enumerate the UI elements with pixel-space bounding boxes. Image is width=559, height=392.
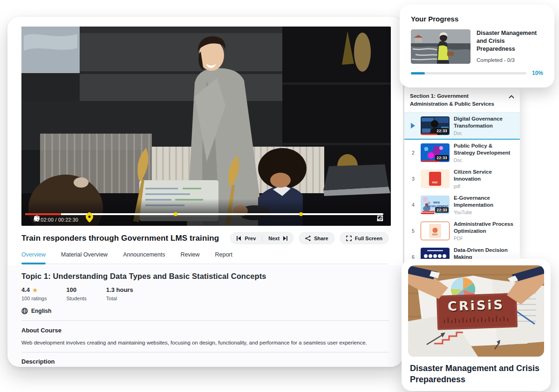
lesson-title: Digital Governance Transformation [454,115,515,129]
course-preview-caption: Disaster Management and Crisis Preparedn… [408,363,544,385]
watched-strip [421,134,437,135]
watched-strip [421,161,439,162]
section-header[interactable]: Section 1: Government Administration & P… [404,87,520,113]
lesson-type: pdf [454,184,515,189]
video-timestamp: 00:02:00 / 00:22:30 [34,217,78,223]
progress-card-heading: Your Progress [411,15,543,23]
lesson-number: 5 [410,228,416,234]
video-progress-bar[interactable] [25,213,383,215]
fullscreen-icon [346,236,352,241]
lesson-type: Doc [454,158,515,163]
language-label: English [31,308,51,314]
next-button[interactable]: Next [262,236,294,241]
course-preview-image: CRiSiS [408,265,544,357]
lesson-title: E-Governance Implementation [454,195,515,209]
video-fullscreen-icon[interactable] [377,215,383,222]
course-sections-panel: Section 1: Government Administration & P… [404,87,520,263]
lesson-2-thumbnail: 22:33 [421,143,450,162]
course-player-card: 00:02:00 / 00:22:30 HD Train responders … [7,17,403,367]
prev-icon [236,236,242,241]
tab-material-overview[interactable]: Material Overview [61,251,108,264]
next-button-label: Next [268,236,280,241]
video-bookmark-pin-icon[interactable] [86,213,93,223]
course-preview-card[interactable]: CRiSiS Disaster Management and Crisis Pr… [402,259,551,391]
video-player[interactable]: 00:02:00 / 00:22:30 HD [21,27,391,226]
star-icon: ★ [32,287,38,293]
lesson-type: Doc [454,131,515,136]
pdf-label: PDF [432,181,438,184]
progress-course-thumbnail [411,29,470,64]
now-playing-icon [411,123,415,128]
topic-title: Topic 1: Understanding Data Types and Ba… [21,272,389,281]
lesson-item-1[interactable]: 22:33 Digital Governance Transformation … [404,113,520,140]
video-marker-dot[interactable] [174,212,177,216]
lesson-title: Citizen Service Innovation [454,169,515,182]
students-stat: 100 Students [66,286,86,301]
tab-report[interactable]: Report [215,251,232,264]
tab-announcements[interactable]: Announcements [123,251,165,264]
tab-overview[interactable]: Overview [21,251,46,264]
ppt-file-icon: PPT [429,224,441,238]
video-frame-scene [21,27,391,226]
prev-next-button-group: Prev Next [230,232,294,244]
next-icon [282,236,288,241]
share-button-label: Share [314,236,328,241]
lesson-3-thumbnail: PDF [421,169,450,188]
lesson-number: 4 [410,202,416,208]
ppt-label: PPT [432,233,438,236]
section-title: Section 1: Government Administration & P… [410,92,502,108]
duration-value: 1.3 hours [106,286,133,293]
watched-strip [421,213,434,214]
duration-badge: 22:33 [435,155,449,161]
lesson-1-thumbnail: 22:33 [421,116,450,135]
fullscreen-button-label: Full Screen [355,236,382,241]
lesson-5-thumbnail: PPT [421,222,450,240]
about-course-text: Web development involves creating and ma… [21,340,389,352]
progress-course-title: Disaster Management and Crisis Preparedn… [477,29,543,53]
lesson-item-3[interactable]: 3 PDF Citizen Service Innovation pdf [404,166,520,192]
your-progress-card: Your Progress Disaster Management and Cr… [400,5,554,88]
lesson-number: 2 [410,150,416,155]
progress-completed-text: Completed - 0/3 [477,57,543,63]
progress-bar-track [411,72,526,74]
course-tabs: Overview Material Overview Announcements… [21,251,389,264]
rating-value: 4.4 [21,286,30,293]
lesson-title: Administrative Process Optimization [454,221,515,235]
lesson-item-2[interactable]: 2 22:33 Public Policy & Strategy Develop… [404,140,520,166]
globe-icon [21,308,28,314]
description-heading[interactable]: Description [21,358,389,365]
lesson-item-4[interactable]: 4 WEB DEVELOPMENT 22:33 E-Governance Imp… [404,192,520,218]
rating-stat: 4.4★ 100 ratings [21,286,47,301]
prev-button-label: Prev [245,236,256,241]
progress-percent-label: 10% [532,70,543,76]
tab-review[interactable]: Review [180,251,199,264]
prev-button[interactable]: Prev [230,236,262,241]
progress-bar-fill [411,72,425,74]
share-icon [305,236,311,241]
fullscreen-button[interactable]: Full Screen [340,232,389,244]
chevron-up-icon[interactable] [509,94,514,100]
lesson-type: PDF [454,236,515,241]
lesson-4-thumbnail: WEB DEVELOPMENT 22:33 [421,196,450,214]
lesson-number: 3 [410,176,416,182]
volume-icon[interactable] [34,215,40,222]
lesson-title: Public Policy & Strategy Development [454,142,515,156]
students-value: 100 [66,286,76,293]
share-button[interactable]: Share [299,232,335,244]
lesson-item-5[interactable]: 5 PPT Administrative Process Optimizatio… [404,218,520,244]
rating-label: 100 ratings [21,296,47,301]
duration-label: Total [106,296,133,301]
duration-stat: 1.3 hours Total [106,286,133,301]
duration-badge: 22:33 [435,207,449,213]
course-title: Train responders through Government LMS … [21,234,219,243]
lesson-type: YouTube [454,210,515,215]
students-label: Students [66,296,86,301]
about-course-heading: About Course [21,327,389,334]
duration-badge: 22:33 [435,128,449,134]
crisis-image-word: CRiSiS [447,297,504,314]
pdf-file-icon: PDF [429,172,441,186]
